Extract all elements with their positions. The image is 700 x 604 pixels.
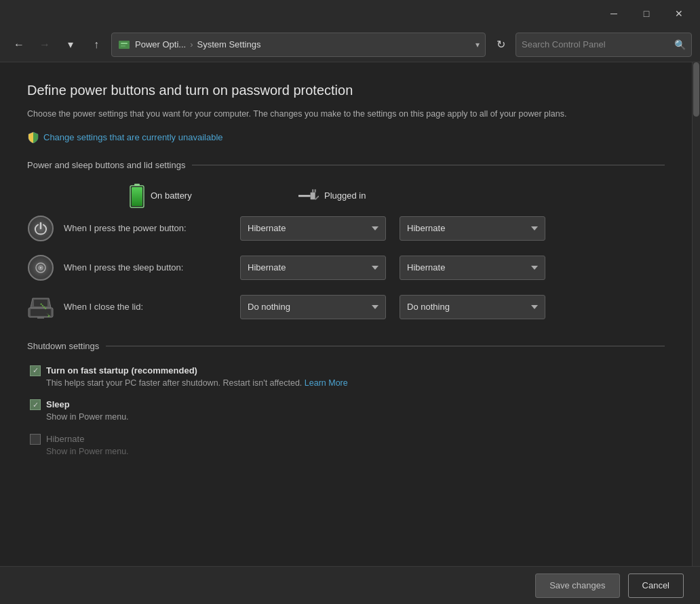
col-plugged-in: Plugged in [298,188,454,204]
sleep-row: Sleep Show in Power menu. [30,399,665,430]
power-button-label: When I press the power button: [64,223,240,233]
sleep-container: Sleep [30,399,129,410]
up-button[interactable]: ↑ [85,34,107,56]
battery-icon [129,184,145,208]
search-input[interactable] [522,39,670,49]
search-bar: 🔍 [516,33,692,57]
lid-dropdowns: Do nothing Sleep Hibernate Shut down Tur… [240,295,545,319]
change-settings-link[interactable]: Change settings that are currently unava… [27,132,665,144]
svg-line-10 [315,196,319,199]
titlebar: ─ □ ✕ [0,0,700,27]
lid-icon [27,294,54,321]
hibernate-description: Show in Power menu. [46,446,129,458]
sleep-button-battery-select[interactable]: Hibernate Do nothing Sleep Shut down Tur… [240,256,386,280]
hibernate-checkbox[interactable] [30,434,41,445]
sleep-label: Sleep [46,399,70,409]
power-button-row: When I press the power button: Hibernate… [27,215,665,242]
power-sleep-section-header: Power and sleep buttons and lid settings [27,160,665,170]
scrollbar-track[interactable] [692,62,700,566]
sleep-button-label: When I press the sleep button: [64,262,240,273]
col-on-battery: On battery [129,184,285,208]
lid-battery-select[interactable]: Do nothing Sleep Hibernate Shut down Tur… [240,295,386,319]
page-description: Choose the power settings that you want … [27,108,610,121]
sleep-checkbox[interactable] [30,399,41,410]
fast-startup-checkbox[interactable] [30,365,41,376]
settings-header-row: On battery Plugged in [27,184,665,208]
fast-startup-row: Turn on fast startup (recommended) This … [30,365,665,397]
breadcrumb-dropdown[interactable]: ▾ [475,40,480,49]
dropdown-button[interactable]: ▾ [60,34,81,56]
breadcrumb-path2: System Settings [197,39,260,49]
fast-startup-description: This helps start your PC faster after sh… [46,378,348,390]
svg-rect-16 [31,309,51,316]
svg-rect-1 [121,43,128,44]
footer: Save changes Cancel [0,566,700,604]
breadcrumb-path1: Power Opti... [135,39,186,49]
navbar: ← → ▾ ↑ Power Opti... › System Settings … [0,27,700,62]
content-wrapper: Define power buttons and turn on passwor… [0,62,700,566]
col-battery-label: On battery [151,190,192,201]
breadcrumb-icon [117,38,131,52]
section-divider-2 [106,346,665,346]
svg-rect-5 [132,187,142,206]
sleep-button-dropdowns: Hibernate Do nothing Sleep Shut down Tur… [240,256,545,280]
svg-rect-17 [34,300,47,306]
svg-rect-0 [119,41,130,49]
power-button-dropdowns: Hibernate Do nothing Sleep Shut down Tur… [240,216,545,241]
page-title: Define power buttons and turn on passwor… [27,83,665,98]
svg-rect-2 [121,45,125,47]
svg-point-14 [40,266,42,268]
forward-button[interactable]: → [34,34,56,56]
fast-startup-container: Turn on fast startup (recommended) [30,365,348,376]
save-changes-button[interactable]: Save changes [535,573,619,598]
change-settings-text: Change settings that are currently unava… [43,132,223,142]
hibernate-row: Hibernate Show in Power menu. [30,433,665,465]
shutdown-section: Shutdown settings Turn on fast startup (… [27,341,665,465]
lid-plugged-select[interactable]: Do nothing Sleep Hibernate Shut down Tur… [400,295,545,319]
power-sleep-header-text: Power and sleep buttons and lid settings [27,160,185,170]
lid-label: When I close the lid: [64,302,240,312]
scrollbar-thumb[interactable] [693,62,699,117]
shutdown-section-header: Shutdown settings [27,341,665,351]
breadcrumb-sep1: › [190,39,193,49]
svg-rect-7 [311,192,315,199]
search-icon: 🔍 [674,39,686,50]
breadcrumb[interactable]: Power Opti... › System Settings ▾ [111,33,486,57]
power-button-plugged-select[interactable]: Hibernate Do nothing Sleep Shut down Tur… [400,216,545,241]
hibernate-label: Hibernate [46,434,84,444]
back-button[interactable]: ← [8,34,30,56]
shutdown-header-text: Shutdown settings [27,341,99,351]
hibernate-container: Hibernate [30,433,129,445]
power-button-battery-select[interactable]: Hibernate Do nothing Sleep Shut down Tur… [240,216,386,241]
minimize-button[interactable]: ─ [598,3,629,24]
shield-icon [27,132,39,144]
learn-more-link[interactable]: Learn More [305,378,348,388]
plug-icon [298,188,319,204]
section-divider-1 [192,165,665,165]
maximize-button[interactable]: □ [631,3,662,24]
sleep-button-icon [27,254,54,281]
fast-startup-label: Turn on fast startup (recommended) [46,365,197,376]
close-button[interactable]: ✕ [663,3,695,24]
power-button-icon [27,215,54,242]
sleep-button-row: When I press the sleep button: Hibernate… [27,254,665,281]
col-pluggedin-label: Plugged in [324,190,366,201]
sleep-button-plugged-select[interactable]: Hibernate Do nothing Sleep Shut down Tur… [400,256,545,280]
lid-row: When I close the lid: Do nothing Sleep H… [27,294,665,321]
cancel-button[interactable]: Cancel [628,573,684,598]
settings-table: On battery Plugged in [27,184,665,321]
sleep-description: Show in Power menu. [46,411,129,424]
content-area: Define power buttons and turn on passwor… [0,62,692,566]
refresh-button[interactable]: ↻ [490,34,511,56]
